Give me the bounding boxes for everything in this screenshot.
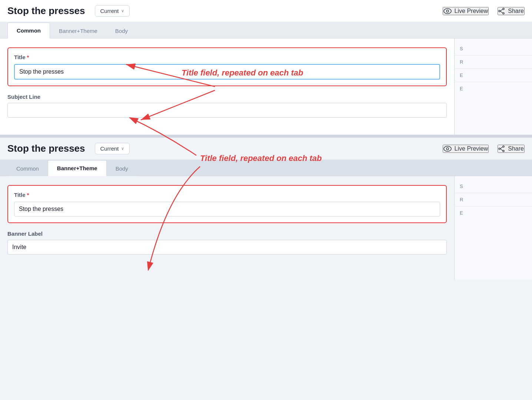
right-panel-section-s: S [455, 42, 532, 56]
tab-body-1[interactable]: Body [106, 23, 137, 38]
svg-line-15 [500, 149, 503, 151]
version-dropdown-1[interactable]: Current ∨ [95, 5, 130, 17]
subject-input-1[interactable] [7, 103, 447, 118]
share-button-1[interactable]: Share [498, 7, 525, 15]
svg-point-0 [444, 9, 451, 14]
version-label-2: Current [100, 145, 119, 152]
svg-point-2 [503, 8, 504, 10]
subject-label-1: Subject Line [7, 94, 447, 100]
svg-point-13 [499, 148, 500, 149]
title-field-group-2: Title * [7, 185, 447, 223]
tab-banner-theme-2[interactable]: Banner+Theme [48, 160, 107, 176]
required-star-2: * [27, 192, 29, 198]
svg-point-12 [503, 150, 504, 152]
panel1-header: Stop the presses Current ∨ Live Preview [0, 0, 532, 22]
tab-common-2[interactable]: Common [7, 161, 48, 176]
svg-point-4 [499, 10, 500, 12]
panel1-title: Stop the presses [7, 5, 85, 17]
title-label-1: Title * [14, 54, 440, 60]
chevron-down-icon-2: ∨ [121, 146, 124, 151]
title-label-2: Title * [14, 192, 440, 198]
live-preview-label-1: Live Preview [455, 8, 488, 14]
share-button-2[interactable]: Share [498, 145, 525, 153]
header-actions-1: Live Preview Share [443, 7, 525, 15]
panel-divider [0, 135, 532, 138]
live-preview-button-2[interactable]: Live Preview [443, 145, 489, 153]
right-panel-2: S R E [454, 176, 532, 280]
tabs-bar-1: Common Banner+Theme Body [0, 22, 532, 38]
right-panel2-section-s: S [455, 180, 532, 193]
share-label-2: Share [508, 145, 524, 152]
version-label-1: Current [100, 8, 119, 14]
eye-icon-1 [443, 8, 452, 14]
svg-point-3 [503, 13, 504, 14]
banner-label-input[interactable] [7, 240, 447, 255]
subject-field-group-1: Subject Line [7, 94, 447, 118]
share-icon-2 [498, 145, 505, 152]
header-actions-2: Live Preview Share [443, 145, 525, 153]
right-panel-section-r: R [455, 56, 532, 69]
title-field-group-1: Title * [7, 47, 447, 86]
share-label-1: Share [508, 8, 524, 14]
chevron-down-icon-1: ∨ [121, 9, 124, 13]
svg-point-1 [446, 10, 449, 12]
panel2-content: Title * Banner Label [0, 176, 454, 280]
panel2-title: Stop the presses [7, 143, 85, 154]
panel1-content: Title * Subject Line [0, 38, 454, 135]
title-input-1[interactable] [14, 64, 440, 80]
panel2-header: Stop the presses Current ∨ Live Preview [0, 138, 532, 160]
svg-point-11 [503, 146, 504, 147]
svg-line-14 [500, 147, 503, 149]
tab-common-1[interactable]: Common [7, 23, 50, 38]
right-panel2-section-e: E [455, 206, 532, 219]
svg-line-5 [500, 9, 503, 11]
right-panel2-section-r: R [455, 193, 532, 206]
live-preview-button-1[interactable]: Live Preview [443, 7, 489, 15]
banner-label-label: Banner Label [7, 231, 447, 237]
svg-point-9 [444, 146, 451, 151]
live-preview-label-2: Live Preview [455, 145, 488, 152]
tab-body-2[interactable]: Body [107, 161, 137, 176]
right-panel-section-e1: E [455, 69, 532, 82]
share-icon-1 [498, 8, 505, 14]
svg-line-6 [500, 11, 503, 13]
banner-label-field-group: Banner Label [7, 231, 447, 255]
tab-banner-theme-1[interactable]: Banner+Theme [50, 23, 106, 38]
right-panel-1: S R E E [454, 38, 532, 135]
tabs-bar-2: Common Banner+Theme Body [0, 160, 532, 176]
required-star-1: * [27, 54, 29, 60]
title-input-2[interactable] [14, 202, 440, 216]
right-panel-section-e2: E [455, 82, 532, 95]
version-dropdown-2[interactable]: Current ∨ [95, 143, 130, 154]
eye-icon-2 [443, 146, 452, 152]
svg-point-10 [446, 148, 449, 150]
